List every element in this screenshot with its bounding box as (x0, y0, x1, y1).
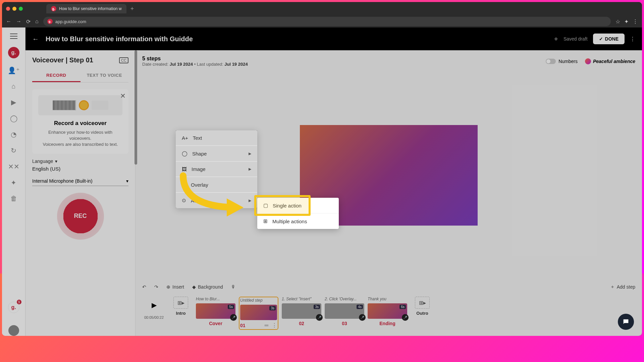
chevron-right-icon: ▶ (249, 198, 251, 203)
steps-count: 5 steps (142, 56, 248, 62)
microphone-select[interactable]: Internal Microphone (Built-in) ▾ (32, 176, 128, 186)
language-value: English (US) (32, 166, 128, 172)
reload-icon[interactable]: ⟳ (26, 18, 31, 25)
menu-item-shape[interactable]: ◯ Shape ▶ (176, 146, 257, 162)
tab-text-to-voice[interactable]: TEXT TO VOICE (80, 69, 129, 82)
home-nav-icon[interactable]: ⌂ (11, 82, 15, 90)
insert-menu: A+ Text ◯ Shape ▶ 🖼 Image ▶ ◐ Overlay ⊙ … (176, 130, 257, 208)
chevron-down-icon: ▾ (55, 159, 57, 164)
action-submenu: ▢ Single action ⊞ Multiple actions (257, 198, 339, 229)
close-icon[interactable]: ✕ (120, 92, 126, 100)
shape-icon: ◯ (182, 150, 187, 157)
url-text: app.guidde.com (55, 19, 87, 24)
voiceover-tabs: RECORD TEXT TO VOICE (32, 69, 128, 82)
home-icon[interactable]: ⌂ (35, 18, 39, 24)
overlay-icon: ◐ (182, 182, 186, 188)
card-text-1: Enhance your how-to videos with voiceove… (38, 129, 122, 141)
menu-item-single-action[interactable]: ▢ Single action (257, 198, 339, 213)
activity-icon[interactable]: ↻ (11, 146, 16, 155)
forward-icon[interactable]: → (16, 18, 21, 24)
menu-item-overlay[interactable]: ◐ Overlay (176, 177, 257, 193)
library-icon[interactable]: ▶ (11, 98, 16, 106)
voiceover-illustration (38, 95, 122, 115)
steps-meta: Date created: Jul 19 2024 • Last updated… (142, 62, 248, 67)
menu-item-image[interactable]: 🖼 Image ▶ (176, 162, 257, 177)
site-favicon-icon: g. (47, 19, 53, 24)
app-nav-rail: g. 👤⁺ ⌂ ▶ ◯ ◔ ↻ ✕✕ ✦ 🗑 g. 9 (2, 27, 25, 274)
chevron-right-icon: ▶ (249, 167, 251, 171)
editor-back-button[interactable]: ← (32, 35, 39, 43)
analytics-icon[interactable]: ◔ (11, 130, 16, 138)
menu-item-action[interactable]: ⊙ Action ▶ (176, 193, 257, 208)
integrations-icon[interactable]: ✦ (11, 179, 16, 187)
image-icon: 🖼 (182, 166, 187, 172)
new-tab-button[interactable]: + (130, 5, 134, 12)
card-text-2: Voiceovers are also transcribed to text. (38, 141, 122, 147)
text-icon: A+ (182, 135, 188, 141)
panel-title: Voiceover | Step 01 (32, 56, 93, 64)
card-heading: Record a voiceover (38, 120, 122, 127)
design-icon[interactable]: ✕✕ (8, 163, 19, 171)
menu-icon[interactable] (10, 34, 17, 39)
language-label[interactable]: Language ▾ (32, 159, 128, 164)
guide-title: How to Blur sensitive information with G… (46, 35, 193, 43)
back-icon[interactable]: ← (6, 18, 11, 24)
chevron-right-icon: ▶ (249, 152, 251, 156)
multiple-actions-icon: ⊞ (263, 218, 268, 224)
menu-item-text[interactable]: A+ Text (176, 130, 257, 146)
trash-icon[interactable]: 🗑 (10, 195, 17, 202)
browser-address-bar: ← → ⟳ ⌂ g. app.guidde.com ☆ ✦ ⋮ (2, 15, 488, 27)
insights-icon[interactable]: ◯ (10, 114, 17, 122)
voiceover-panel: Voiceover | Step 01 CC RECORD TEXT TO VO… (25, 50, 136, 274)
tab-title: How to Blur sensitive information w (59, 6, 122, 11)
editor-top-bar: ← How to Blur sensitive information with… (25, 27, 488, 50)
action-icon: ⊙ (182, 197, 186, 203)
menu-item-multiple-actions[interactable]: ⊞ Multiple actions (257, 213, 339, 229)
browser-tab-bar: g. How to Blur sensitive information w + (2, 2, 488, 15)
record-card: ✕ Record a voiceover Enhance your how-to… (32, 89, 128, 154)
captions-icon[interactable]: CC (119, 57, 128, 63)
url-input[interactable]: g. app.guidde.com (43, 17, 488, 26)
record-button[interactable]: REC (57, 193, 104, 240)
chevron-down-icon: ▾ (126, 178, 128, 184)
guidde-favicon-icon: g. (51, 6, 56, 11)
panel-scrollbar[interactable] (135, 50, 137, 165)
tab-record[interactable]: RECORD (32, 69, 80, 82)
guidde-logo-icon[interactable]: g. (8, 47, 19, 58)
single-action-icon: ▢ (263, 202, 268, 208)
add-user-icon[interactable]: 👤⁺ (8, 66, 20, 74)
browser-tab[interactable]: g. How to Blur sensitive information w (46, 4, 126, 13)
window-controls[interactable] (6, 7, 23, 11)
